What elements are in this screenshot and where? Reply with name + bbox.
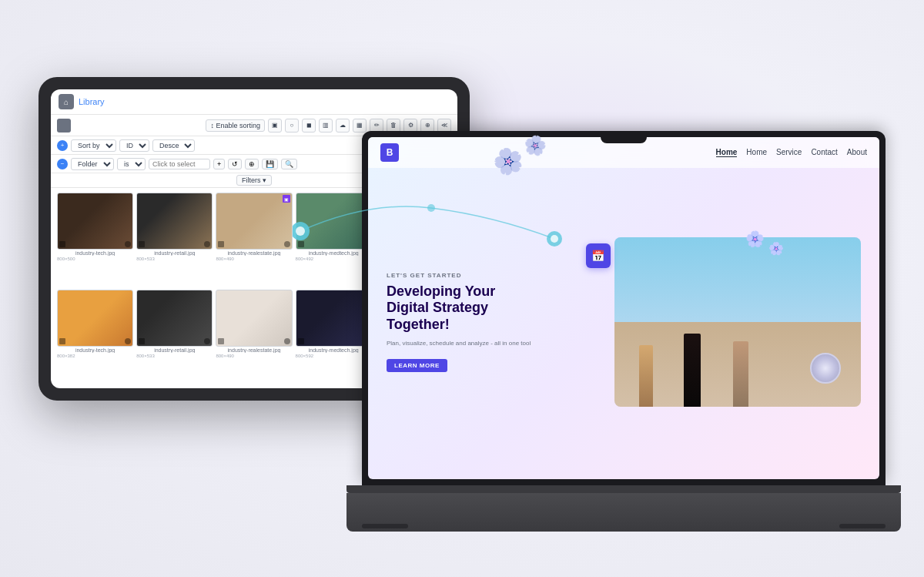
grid-meta-tech2: 800×382 bbox=[57, 354, 133, 358]
grid-image-retail2[interactable] bbox=[136, 290, 213, 347]
grid-label-tech2: industry-tech.jpg bbox=[57, 347, 133, 353]
grid-meta-realestate2: 800×490 bbox=[216, 354, 292, 358]
grid-item-retail2[interactable]: industry-retail.jpg 800×533 bbox=[136, 290, 213, 384]
grid-image-tech2[interactable] bbox=[57, 290, 133, 347]
add-filter-btn[interactable]: + bbox=[213, 159, 225, 169]
laptop-screen: B Home Home Service Contact About LET'S … bbox=[368, 137, 879, 479]
toolbar-grid1[interactable]: ▥ bbox=[319, 119, 333, 133]
nav-link-home2[interactable]: Home bbox=[746, 148, 767, 157]
toolbar-settings[interactable]: ⚙ bbox=[403, 119, 417, 133]
person-silhouette-1 bbox=[639, 345, 653, 407]
filters-toggle-button[interactable]: Filters ▾ bbox=[236, 175, 272, 186]
nav-link-home1[interactable]: Home bbox=[716, 148, 738, 157]
laptop-device: B Home Home Service Contact About LET'S … bbox=[346, 131, 901, 532]
filter-badge-2: − bbox=[57, 159, 68, 169]
sort-by-select[interactable]: Sort by bbox=[71, 139, 116, 152]
hero-title: Developing Your Digital Strategy Togethe… bbox=[387, 283, 556, 334]
grid-image-retail[interactable] bbox=[136, 193, 213, 250]
hero-title-line2: Digital Strategy bbox=[387, 300, 488, 315]
laptop-base bbox=[346, 485, 901, 532]
grid-image-realestate2[interactable] bbox=[216, 290, 292, 347]
refresh-btn[interactable]: ↺ bbox=[228, 159, 242, 169]
hero-image-bg bbox=[614, 237, 861, 407]
laptop-bottom bbox=[346, 493, 901, 532]
enable-sorting-button[interactable]: ↕ Enable sorting bbox=[206, 119, 265, 132]
toolbar-share[interactable]: ≪ bbox=[437, 119, 451, 133]
flower-decoration-1: 🌸 bbox=[745, 230, 765, 248]
toolbar-add[interactable]: ⊕ bbox=[420, 119, 434, 133]
filter-input[interactable] bbox=[149, 159, 210, 169]
person-silhouette-2 bbox=[684, 334, 701, 407]
toolbar-delete[interactable]: 🗑 bbox=[387, 119, 400, 133]
grid-label-realestate: industry-realestate.jpg bbox=[216, 250, 292, 256]
grid-label-realestate2: industry-realestate.jpg bbox=[216, 347, 292, 353]
grid-item-tech[interactable]: industry-tech.jpg 800×500 bbox=[57, 193, 133, 287]
toolbar-square[interactable]: ◼ bbox=[302, 119, 316, 133]
sky-bg bbox=[614, 237, 861, 330]
laptop-screen-wrapper: B Home Home Service Contact About LET'S … bbox=[362, 131, 886, 485]
grid-label-retail: industry-retail.jpg bbox=[136, 250, 213, 256]
hero-tag: LET'S GET STARTED bbox=[387, 272, 556, 279]
grid-meta-retail2: 800×533 bbox=[136, 354, 213, 358]
grid-item-tech2[interactable]: industry-tech.jpg 800×382 bbox=[57, 290, 133, 384]
save-filter-btn[interactable]: 💾 bbox=[262, 159, 278, 169]
laptop-foot-right bbox=[839, 524, 886, 528]
folder-select[interactable]: Folder bbox=[71, 158, 114, 170]
grid-meta-realestate: 800×490 bbox=[216, 257, 292, 261]
zoom-in-btn[interactable]: ⊕ bbox=[245, 159, 259, 169]
toolbar-cloud[interactable]: ☁ bbox=[336, 119, 350, 133]
laptop-notch bbox=[601, 131, 647, 143]
grid-meta-retail: 800×533 bbox=[136, 257, 213, 261]
home-icon[interactable]: ⌂ bbox=[59, 94, 74, 109]
toolbar-grid2[interactable]: ▦ bbox=[353, 119, 367, 133]
hero-image-area: 📅 🌸 🌸 bbox=[571, 237, 861, 407]
grid-item-realestate[interactable]: ▣ industry-realestate.jpg 800×490 bbox=[216, 193, 292, 287]
logo-icon: B bbox=[380, 143, 399, 162]
laptop-logo: B bbox=[380, 143, 399, 162]
filter-badge-1: + bbox=[57, 140, 68, 151]
hero-title-line3: Together! bbox=[387, 317, 450, 332]
grid-item-realestate2[interactable]: industry-realestate.jpg 800×490 bbox=[216, 290, 292, 384]
grid-image-tech[interactable] bbox=[57, 193, 133, 250]
toolbar-circle[interactable]: ○ bbox=[285, 119, 299, 133]
search-filter-btn[interactable]: 🔍 bbox=[281, 159, 297, 169]
hero-title-line1: Developing Your bbox=[387, 283, 495, 299]
nav-link-about[interactable]: About bbox=[847, 148, 867, 157]
nav-link-contact[interactable]: Contact bbox=[811, 148, 837, 157]
nav-link-service[interactable]: Service bbox=[776, 148, 802, 157]
folder-icon bbox=[57, 119, 71, 133]
tablet-topbar: ⌂ Library bbox=[51, 89, 457, 115]
laptop-hero: LET'S GET STARTED Developing Your Digita… bbox=[368, 165, 879, 479]
grid-meta-tech: 800×500 bbox=[57, 257, 133, 261]
is-select[interactable]: is bbox=[117, 158, 146, 170]
flower-decoration-2: 🌸 bbox=[768, 241, 784, 256]
grid-item-retail[interactable]: industry-retail.jpg 800×533 bbox=[136, 193, 213, 287]
toolbar-edit[interactable]: ✏ bbox=[370, 119, 383, 133]
hero-cta-button[interactable]: LEARN MORE bbox=[387, 359, 447, 372]
library-label: Library bbox=[79, 97, 105, 106]
hero-subtitle: Plan, visualize, schedule and analyze - … bbox=[387, 339, 556, 347]
person-silhouette-3 bbox=[733, 341, 748, 407]
calendar-badge: 📅 bbox=[586, 243, 611, 268]
laptop-hinge bbox=[346, 485, 901, 493]
grid-label-retail2: industry-retail.jpg bbox=[136, 347, 213, 353]
id-select[interactable]: ID bbox=[119, 139, 149, 152]
order-select[interactable]: Descen... bbox=[152, 139, 195, 152]
toolbar-save[interactable]: ▣ bbox=[268, 119, 282, 133]
grid-image-realestate[interactable]: ▣ bbox=[216, 193, 292, 250]
hero-text: LET'S GET STARTED Developing Your Digita… bbox=[387, 272, 556, 373]
laptop-foot-left bbox=[362, 524, 408, 528]
laptop-nav-links: Home Home Service Contact About bbox=[716, 148, 867, 157]
grid-label-tech: industry-tech.jpg bbox=[57, 250, 133, 256]
